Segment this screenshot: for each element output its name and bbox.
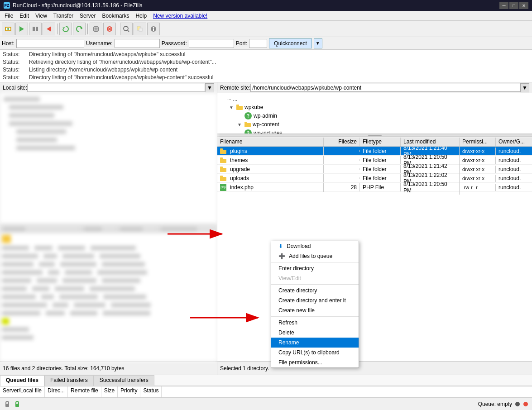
toolbar-separator-3 (118, 24, 118, 34)
local-path-dropdown[interactable]: ▼ (205, 83, 214, 92)
svg-marker-3 (19, 26, 24, 32)
tree-item-wpkube[interactable]: ▼ wpkube (228, 103, 530, 111)
maximize-button[interactable]: □ (509, 2, 518, 9)
menu-file[interactable]: File (2, 12, 16, 20)
toolbar-btn-3[interactable] (29, 23, 42, 35)
connection-bar: Host: Username: Password: Port: Quickcon… (0, 37, 532, 50)
username-label: Username: (86, 40, 113, 47)
menu-edit[interactable]: Edit (17, 12, 32, 20)
tab-failed-transfers[interactable]: Failed transfers (44, 375, 94, 386)
file-size-themes (324, 159, 360, 161)
tree-item-parent1[interactable]: ··· ... (219, 95, 530, 103)
file-type-index-php: PHP File (360, 183, 401, 191)
col-header-owner[interactable]: Owner/G... (496, 138, 532, 146)
minimize-button[interactable]: ─ (499, 2, 508, 9)
ctx-item-create-file[interactable]: Create new file (271, 305, 359, 315)
file-row-upgrade[interactable]: upgrade File folder 8/13/2021 1:21:42 PM… (217, 165, 532, 174)
toolbar-btn-7[interactable] (90, 23, 102, 35)
local-panel: Local site: ▼ (0, 82, 217, 361)
file-name-themes[interactable]: themes (217, 156, 324, 164)
ctx-item-download[interactable]: ⬇ Download (271, 241, 359, 251)
ctx-item-file-permissions[interactable]: File permissions... (271, 358, 359, 367)
toolbar-btn-9[interactable] (120, 23, 133, 35)
toolbar-btn-2[interactable] (15, 23, 28, 35)
file-name-index-php[interactable]: php index.php (217, 183, 324, 192)
status-text-3: Listing directory /home/runcloud/webapps… (29, 66, 177, 74)
file-row-plugins[interactable]: plugins File folder 8/13/2021 1:21:40 PM… (217, 147, 532, 156)
file-name-upgrade[interactable]: upgrade (217, 165, 324, 173)
password-label: Password: (162, 40, 187, 47)
indicator-1 (515, 401, 520, 407)
col-header-filename[interactable]: Filename (217, 138, 324, 146)
ctx-item-view-edit[interactable]: View/Edit (271, 273, 359, 283)
tab-successful-transfers[interactable]: Successful transfers (94, 375, 154, 386)
local-path-input[interactable] (27, 84, 205, 92)
file-row-themes[interactable]: themes File folder 8/13/2021 1:20:50 PM … (217, 156, 532, 165)
username-input[interactable] (115, 39, 160, 48)
host-input[interactable] (16, 39, 84, 48)
ctx-item-create-dir[interactable]: Create directory (271, 286, 359, 296)
ctx-item-rename[interactable]: Rename (271, 338, 359, 348)
svg-rect-21 (153, 29, 154, 31)
tree-item-wp-includes[interactable]: ? wp-includes (236, 129, 530, 134)
close-button[interactable]: ✕ (519, 2, 528, 9)
toolbar-btn-10[interactable] (134, 23, 146, 35)
folder-icon-wp-content (244, 122, 251, 127)
file-row-index-php[interactable]: php index.php 28 PHP File 8/13/2021 1:20… (217, 183, 532, 192)
file-name-plugins[interactable]: plugins (217, 147, 324, 155)
toolbar-btn-11[interactable] (147, 23, 160, 35)
password-input[interactable] (189, 39, 234, 48)
tree-item-wp-content[interactable]: ▼ wp-content (236, 120, 530, 129)
remote-status-text: Selected 1 directory. (217, 362, 532, 375)
remote-path-dropdown[interactable]: ▼ (520, 83, 529, 92)
quickconnect-button[interactable]: Quickconnect (269, 38, 312, 48)
file-mod-index-php: 8/13/2021 1:20:50 PM (401, 180, 460, 195)
local-file-list (0, 234, 217, 361)
toolbar-btn-6[interactable] (73, 23, 86, 35)
queue-col-size: Size (101, 386, 118, 397)
svg-point-15 (124, 26, 128, 31)
file-perms-themes: drwxr-xr-x (460, 157, 496, 164)
ctx-sep-3 (271, 316, 359, 317)
file-type-upgrade: File folder (360, 165, 401, 173)
file-row-uploads[interactable]: uploads File folder 8/13/2021 1:22:02 PM… (217, 174, 532, 183)
file-size-plugins (324, 150, 360, 152)
tab-queued-files[interactable]: Queued files (0, 375, 44, 386)
remote-file-list-header: Filename Filesize Filetype Last modified… (217, 137, 532, 147)
col-header-lastmod[interactable]: Last modified (401, 138, 460, 146)
ctx-item-create-dir-enter[interactable]: Create directory and enter it (271, 296, 359, 305)
status-line-3: Status: Listing directory /home/runcloud… (3, 66, 529, 74)
ctx-sep-2 (271, 284, 359, 285)
toolbar-btn-4[interactable] (43, 23, 55, 35)
svg-rect-25 (15, 404, 19, 407)
menu-bookmarks[interactable]: Bookmarks (99, 12, 132, 20)
toolbar-btn-8[interactable] (103, 23, 116, 35)
tree-item-wp-admin[interactable]: ? wp-admin (236, 111, 530, 120)
ctx-item-refresh[interactable]: Refresh (271, 318, 359, 328)
ctx-item-delete[interactable]: Delete (271, 328, 359, 338)
file-name-uploads[interactable]: uploads (217, 174, 324, 182)
ctx-item-enter-directory[interactable]: Enter directory (271, 263, 359, 273)
col-header-permissions[interactable]: Permissi... (460, 138, 496, 146)
queue-columns: Server/Local file Direc... Remote file S… (0, 386, 532, 397)
download-icon: ⬇ (278, 243, 283, 249)
remote-site-label: Remote site: (220, 85, 250, 91)
main-area: Local site: ▼ (0, 82, 532, 361)
col-header-filesize[interactable]: Filesize (324, 138, 360, 146)
file-owner-plugins: runcloud. (496, 147, 532, 155)
ctx-sep-1 (271, 262, 359, 262)
menu-server[interactable]: Server (77, 12, 98, 20)
menu-new-version[interactable]: New version available! (150, 12, 210, 20)
toolbar-btn-5[interactable] (59, 23, 72, 35)
ctx-item-copy-url[interactable]: Copy URL(s) to clipboard (271, 348, 359, 358)
ctx-item-add-to-queue[interactable]: ➕ Add files to queue (271, 251, 359, 261)
remote-path-input[interactable] (250, 84, 520, 92)
expand-icon-wp-admin (236, 113, 243, 119)
quickconnect-dropdown[interactable]: ▼ (314, 38, 322, 48)
col-header-filetype[interactable]: Filetype (360, 138, 401, 146)
menu-transfer[interactable]: Transfer (51, 12, 76, 20)
menu-help[interactable]: Help (133, 12, 149, 20)
port-input[interactable] (249, 39, 267, 48)
toolbar-btn-1[interactable] (2, 23, 14, 35)
menu-view[interactable]: View (33, 12, 50, 20)
